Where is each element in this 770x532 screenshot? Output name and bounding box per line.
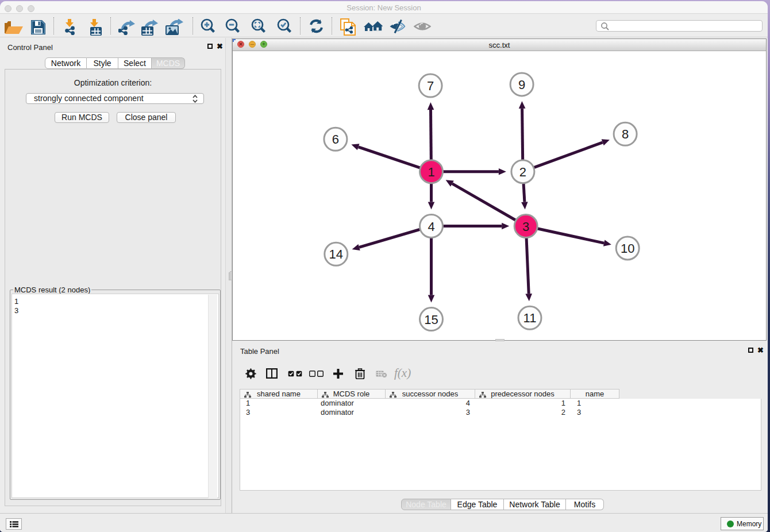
svg-text:4: 4	[428, 219, 434, 234]
svg-text:14: 14	[329, 247, 343, 261]
svg-text:7: 7	[427, 79, 434, 93]
svg-text:2: 2	[519, 165, 526, 179]
svg-text:9: 9	[518, 78, 525, 92]
svg-text:11: 11	[523, 311, 537, 325]
svg-text:3: 3	[522, 219, 529, 234]
svg-text:8: 8	[622, 127, 629, 141]
svg-text:15: 15	[424, 313, 438, 327]
svg-text:1: 1	[428, 165, 434, 179]
svg-text:6: 6	[332, 132, 339, 147]
svg-text:10: 10	[621, 241, 634, 256]
